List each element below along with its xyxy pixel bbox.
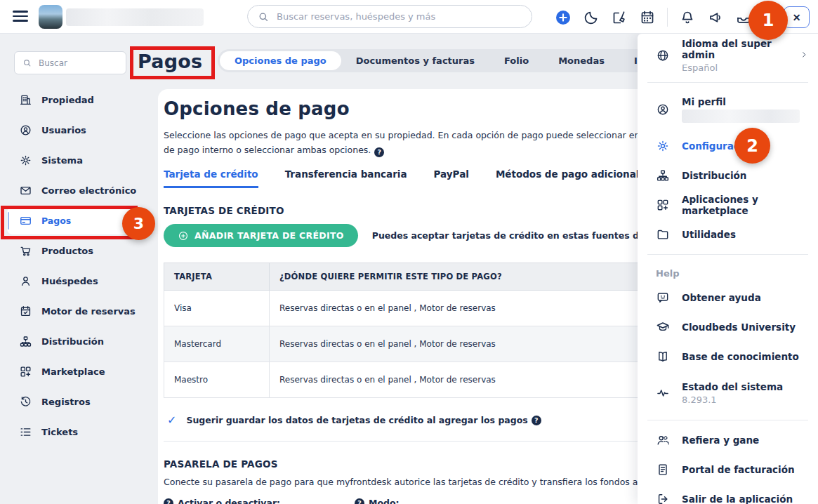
super-admin-menu: Idioma del super adminEspañolMi perfilCo… — [638, 34, 818, 504]
menu-item-utilidades[interactable]: Utilidades — [638, 220, 818, 249]
sidebar-item-label: Sistema — [41, 155, 83, 166]
sidebar-item-label: Pagos — [41, 215, 71, 226]
tab-monedas[interactable]: Monedas — [543, 51, 619, 70]
calendar-check-icon — [19, 305, 32, 318]
topbar-icon-row — [555, 8, 752, 26]
subtab-tarjeta-de-credito[interactable]: Tarjeta de crédito — [164, 168, 258, 188]
global-search[interactable] — [247, 5, 532, 28]
help-icon[interactable]: ? — [164, 498, 173, 504]
menu-item-idioma-del-super-admin[interactable]: Idioma del super adminEspañol — [638, 34, 818, 77]
sidebar-item-marketplace[interactable]: Marketplace — [0, 357, 144, 387]
sidebar-item-productos[interactable]: Productos — [0, 236, 144, 266]
sidebar-search-input[interactable] — [37, 58, 107, 69]
housekeeping-button[interactable] — [611, 9, 628, 26]
redacted-property-name — [66, 8, 204, 26]
sidebar-item-usuarios[interactable]: Usuarios — [0, 115, 144, 145]
notifications-button[interactable] — [679, 9, 696, 26]
night-audit-button[interactable] — [583, 9, 600, 26]
megaphone-icon — [707, 9, 724, 26]
checkbox-checked-icon[interactable]: ✓ — [167, 413, 176, 427]
sidebar-item-correo-electronico[interactable]: Correo electrónico — [0, 175, 144, 206]
gear-icon — [19, 154, 32, 167]
sidebar-item-propiedad[interactable]: Propiedad — [0, 85, 144, 115]
property-logo[interactable] — [39, 5, 62, 29]
menu-item-distribucion[interactable]: Distribución — [638, 161, 818, 190]
plus-circle-icon — [178, 230, 189, 241]
menu-item-portal-de-facturacion[interactable]: Portal de facturación — [638, 455, 818, 484]
chat-icon — [656, 291, 670, 305]
sidebar-item-sistema[interactable]: Sistema — [0, 145, 144, 175]
quick-add-button[interactable] — [555, 9, 572, 26]
help-icon[interactable]: ? — [355, 498, 364, 504]
sidebar-item-label: Distribución — [41, 336, 104, 347]
menu-item-label: Salir de la aplicación — [682, 493, 793, 504]
menu-item-label: Obtener ayuda — [682, 292, 761, 303]
card-type-cell: Mastercard — [164, 326, 270, 362]
menu-divider — [647, 82, 808, 83]
menu-item-label: Estado del sistema — [682, 381, 783, 392]
menu-item-refiera-y-gane[interactable]: Refiera y gane — [638, 425, 818, 455]
menu-item-estado-del-sistema[interactable]: Estado del sistema8.293.1 — [638, 371, 818, 415]
subtab-transferencia-bancaria[interactable]: Transferencia bancaria — [285, 168, 407, 188]
grid-plus-icon — [656, 198, 670, 212]
sidebar-item-label: Huéspedes — [41, 276, 98, 286]
gear-icon — [656, 139, 670, 153]
menu-item-mi-perfil[interactable]: Mi perfil — [638, 88, 818, 131]
redacted-profile-email — [682, 110, 800, 123]
sidebar-nav: PropiedadUsuariosSistemaCorreo electróni… — [0, 85, 144, 447]
menu-item-salir-de-la-aplicacion[interactable]: Salir de la aplicación — [638, 484, 818, 504]
sidebar-item-registros[interactable]: Registros — [0, 387, 144, 417]
sidebar-item-label: Marketplace — [41, 366, 105, 377]
toggle-label: ? Activar o desactivar: — [164, 498, 355, 504]
card-type-cell: Visa — [164, 291, 270, 326]
menu-divider — [647, 420, 808, 420]
moon-icon — [583, 9, 600, 26]
sidebar-item-label: Correo electrónico — [41, 185, 136, 196]
hamburger-menu-icon[interactable] — [13, 11, 28, 25]
help-icon[interactable]: ? — [532, 416, 541, 425]
subtab-paypal[interactable]: PayPal — [434, 168, 469, 188]
topbar-divider — [667, 8, 668, 27]
pulse-icon — [656, 386, 670, 400]
announcements-button[interactable] — [707, 9, 724, 26]
sidebar-item-tickets[interactable]: Tickets — [0, 417, 144, 447]
sidebar-item-distribucion[interactable]: Distribución — [0, 326, 144, 357]
mode-label: ? Modo: — [355, 498, 546, 504]
menu-item-base-de-conocimiento[interactable]: Base de conocimiento — [638, 342, 818, 371]
tab-opciones-de-pago[interactable]: Opciones de pago — [220, 51, 341, 70]
tab-folio[interactable]: Folio — [489, 51, 543, 70]
person-icon — [19, 274, 32, 288]
help-icon[interactable]: ? — [374, 147, 384, 157]
folder-icon — [656, 227, 670, 241]
menu-item-label: Portal de facturación — [682, 464, 795, 475]
sidebar-item-huespedes[interactable]: Huéspedes — [0, 266, 144, 296]
bell-icon — [679, 9, 696, 26]
grad-cap-icon — [656, 320, 670, 334]
page-title: Pagos — [138, 51, 202, 72]
menu-item-label: Refiera y gane — [682, 435, 759, 446]
menu-item-label: Utilidades — [682, 229, 736, 240]
search-icon — [258, 11, 269, 22]
menu-item-configuracion[interactable]: Configuración — [638, 131, 818, 161]
sidebar-search[interactable] — [14, 51, 126, 74]
invoice-icon — [656, 463, 670, 477]
menu-item-cloudbeds-university[interactable]: Cloudbeds University — [638, 312, 818, 342]
calendar-button[interactable] — [639, 9, 656, 26]
user-circle-icon — [656, 102, 670, 117]
global-search-input[interactable] — [275, 11, 522, 22]
sidebar-item-label: Propiedad — [41, 95, 94, 105]
annotation-step-1: 1 — [748, 1, 788, 40]
search-icon — [22, 58, 32, 67]
plus-circle-icon — [555, 9, 572, 26]
menu-item-aplicaciones-y-marketplace[interactable]: Aplicaciones y marketplace — [638, 190, 818, 220]
sidebar-item-label: Tickets — [41, 427, 78, 437]
sidebar-item-label: Motor de reservas — [41, 306, 136, 317]
history-icon — [19, 395, 32, 409]
sidebar-item-pagos[interactable]: Pagos — [7, 207, 136, 234]
menu-item-sublabel: 8.293.1 — [682, 394, 783, 405]
sidebar-item-motor-de-reservas[interactable]: Motor de reservas — [0, 296, 144, 326]
tab-documentos-y-facturas[interactable]: Documentos y facturas — [341, 51, 489, 70]
cart-icon — [19, 244, 32, 258]
menu-item-obtener-ayuda[interactable]: Obtener ayuda — [638, 283, 818, 312]
add-credit-card-button[interactable]: AÑADIR TARJETA DE CRÉDITO — [164, 224, 358, 247]
